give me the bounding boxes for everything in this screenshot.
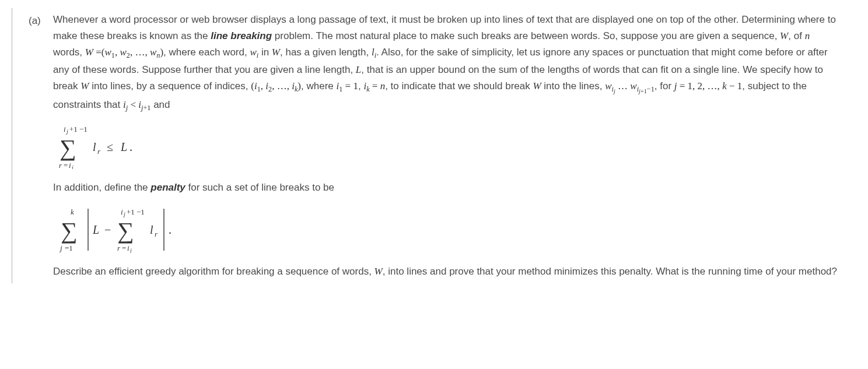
- text: , where each word,: [163, 47, 250, 58]
- svg-text:≤: ≤: [107, 140, 113, 153]
- math-wi: wi: [250, 47, 258, 58]
- text: , to indicate that we should break: [385, 80, 533, 92]
- svg-text:L: L: [120, 140, 127, 153]
- svg-text:i: i: [121, 208, 123, 216]
- svg-text:+1: +1: [127, 208, 135, 216]
- svg-text:.: .: [169, 223, 172, 236]
- svg-text:.: .: [130, 140, 132, 153]
- svg-text:r: r: [97, 147, 101, 156]
- text: in: [258, 47, 272, 58]
- svg-text:=: =: [122, 244, 126, 252]
- problem-block: (a) Whenever a word processor or web bro…: [12, 8, 856, 283]
- math-line-words: wij … wij+1−1: [605, 80, 654, 92]
- math-W: W: [80, 80, 89, 92]
- text: , where: [301, 80, 336, 92]
- svg-text:l: l: [150, 223, 153, 236]
- svg-text:∑: ∑: [60, 135, 76, 161]
- text: Describe an efficient greedy algorithm f…: [53, 266, 374, 277]
- text: , has a given length,: [280, 47, 372, 58]
- math-W: W: [272, 47, 280, 58]
- svg-text:∑: ∑: [117, 217, 134, 244]
- svg-text:−1: −1: [79, 125, 88, 133]
- paragraph-3: Describe an efficient greedy algorithm f…: [53, 263, 838, 280]
- paragraph-2: In addition, define the penalty for such…: [53, 180, 838, 196]
- svg-text:+1: +1: [69, 125, 78, 133]
- term-penalty: penalty: [150, 182, 186, 193]
- text: , into lines and prove that your method …: [383, 266, 837, 277]
- svg-text:=: =: [64, 161, 68, 169]
- svg-text:r: r: [155, 230, 158, 238]
- term-line-breaking: line breaking: [211, 30, 272, 41]
- math-L: L: [356, 64, 361, 75]
- text: into the lines,: [541, 80, 606, 92]
- svg-text:∑: ∑: [61, 217, 78, 244]
- svg-text:=1: =1: [65, 244, 73, 252]
- math-li: li: [372, 47, 376, 58]
- svg-text:j: j: [129, 247, 132, 253]
- svg-text:j: j: [123, 211, 125, 217]
- math-W: W: [533, 80, 541, 92]
- math-constraint: ij < ij+1: [123, 99, 150, 110]
- svg-text:i: i: [127, 244, 130, 252]
- text: problem. The most natural place to make …: [272, 30, 780, 41]
- svg-text:k: k: [71, 208, 74, 216]
- problem-label: (a): [12, 12, 53, 280]
- svg-text:j: j: [65, 128, 68, 135]
- formula-penalty: k ∑ j =1 L − i j +1 −1 ∑ r = i j l: [58, 205, 838, 253]
- math-W: W: [374, 266, 383, 277]
- svg-text:−: −: [104, 223, 111, 236]
- text: ,: [358, 80, 363, 92]
- text: and: [150, 99, 170, 110]
- svg-text:i: i: [64, 125, 66, 133]
- svg-text:j: j: [59, 244, 62, 252]
- math-jrange: j = 1, 2, …, k − 1: [674, 80, 742, 92]
- svg-text:r: r: [117, 244, 121, 252]
- svg-text:L: L: [92, 223, 99, 236]
- text: In addition, define the: [53, 182, 150, 193]
- svg-text:j: j: [71, 164, 74, 169]
- math-ik: ik = n: [363, 80, 385, 92]
- text: , for: [654, 80, 674, 92]
- formula-sum-constraint: i j +1 −1 ∑ r = i j l r ≤ L .: [58, 124, 838, 169]
- svg-text:i: i: [69, 161, 71, 169]
- text: for such a set of line breaks to be: [186, 182, 334, 193]
- svg-text:−1: −1: [136, 208, 145, 216]
- svg-text:r: r: [59, 161, 62, 169]
- math-i1: i1 = 1: [336, 80, 358, 92]
- math-indices: (i1, i2, …, ik): [251, 80, 301, 92]
- paragraph-1: Whenever a word processor or web browser…: [53, 12, 838, 114]
- math-Wdef: W =(w1, w2, …, wn): [85, 47, 163, 58]
- math-n: n: [805, 30, 810, 41]
- text: words,: [53, 47, 85, 58]
- problem-content: Whenever a word processor or web browser…: [53, 12, 838, 280]
- text: , of: [788, 30, 804, 41]
- svg-text:l: l: [93, 140, 96, 153]
- math-W: W: [780, 30, 788, 41]
- text: into lines, by a sequence of indices,: [89, 80, 251, 92]
